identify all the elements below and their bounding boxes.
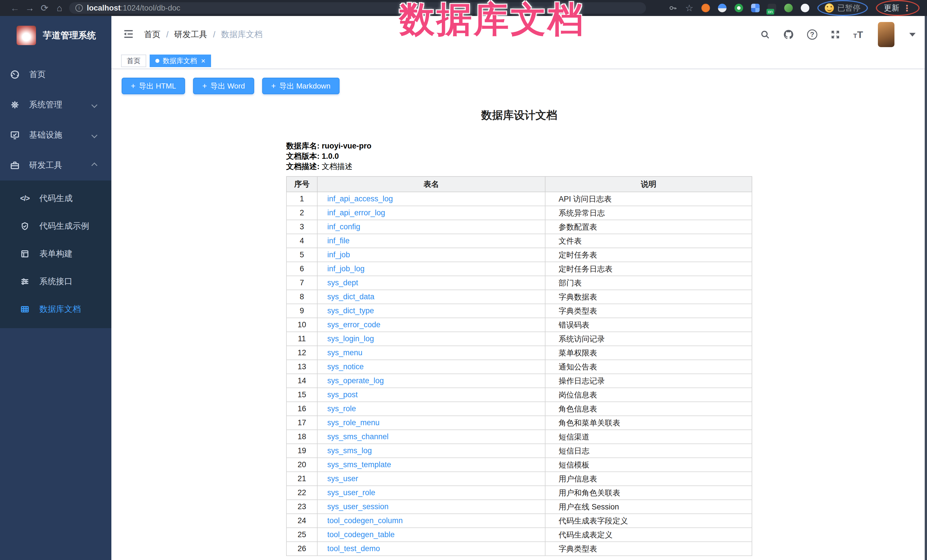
button-label: 导出 Word — [210, 81, 245, 91]
table-name-link[interactable]: sys_post — [327, 390, 358, 399]
table-name-link[interactable]: inf_api_error_log — [327, 208, 385, 217]
table-name-link[interactable]: inf_job_log — [327, 264, 365, 273]
row-number: 16 — [286, 402, 317, 416]
table-name-link[interactable]: tool_test_demo — [327, 544, 380, 553]
extension-icon[interactable] — [701, 4, 710, 12]
browser-reload-icon[interactable]: ⟳ — [37, 3, 52, 14]
url-host: localhost — [87, 4, 121, 12]
browser-update-button[interactable]: 更新 — [884, 3, 899, 13]
table-name-link[interactable]: sys_notice — [327, 363, 364, 371]
sidebar-item-home[interactable]: 首页 — [0, 59, 111, 90]
button-label: 导出 HTML — [139, 81, 176, 91]
sidebar-item-codegen-demo[interactable]: 代码生成示例 — [0, 212, 111, 240]
table-name-link[interactable]: sys_user_session — [327, 502, 389, 511]
table-name-link[interactable]: tool_codegen_table — [327, 530, 395, 539]
key-icon[interactable] — [669, 4, 677, 12]
doc-meta: 数据库名: ruoyi-vue-pro 文档版本: 1.0.0 文档描述: 文档… — [286, 141, 752, 171]
table-name-link[interactable]: inf_job — [327, 250, 350, 259]
table-desc: 菜单权限表 — [545, 346, 752, 360]
chevron-down-icon[interactable] — [909, 33, 916, 36]
db-doc: 数据库设计文档 数据库名: ruoyi-vue-pro 文档版本: 1.0.0 … — [286, 108, 752, 556]
row-number: 17 — [286, 416, 317, 430]
table-name-link[interactable]: sys_sms_log — [327, 446, 372, 455]
sidebar-item-infra[interactable]: 基础设施 — [0, 120, 111, 150]
meta-label: 文档描述: — [286, 162, 319, 171]
bookmark-star-icon[interactable]: ☆ — [685, 3, 693, 14]
search-icon[interactable] — [760, 30, 770, 39]
breadcrumb-devtools[interactable]: 研发工具 — [174, 29, 207, 40]
tab-db-doc[interactable]: 数据库文档 × — [150, 55, 211, 67]
row-number: 22 — [286, 486, 317, 500]
table-name-link[interactable]: sys_error_code — [327, 320, 380, 329]
table-header-row: 序号 表名 说明 — [286, 176, 752, 192]
sidebar-item-devtools[interactable]: 研发工具 — [0, 150, 111, 181]
table-row: 18 sys_sms_channel 短信渠道 — [286, 430, 752, 444]
table-desc: 定时任务表 — [545, 248, 752, 262]
table-name-link[interactable]: sys_user — [327, 474, 358, 483]
extension-icon[interactable] — [801, 4, 809, 12]
table-name-link[interactable]: sys_sms_channel — [327, 433, 389, 441]
extension-icon[interactable] — [784, 4, 793, 12]
sidebar-item-db-doc[interactable]: 数据库文档 — [0, 295, 111, 323]
sidebar-collapse-icon[interactable] — [123, 29, 134, 40]
table-name-link[interactable]: sys_dict_type — [327, 307, 374, 315]
table-name-link[interactable]: sys_role — [327, 404, 356, 413]
close-icon[interactable]: × — [201, 57, 205, 65]
sidebar-item-codegen[interactable]: </> 代码生成 — [0, 185, 111, 212]
table-name-link[interactable]: sys_dept — [327, 278, 358, 287]
browser-forward-icon[interactable]: → — [22, 3, 37, 14]
export-html-button[interactable]: + 导出 HTML — [122, 78, 185, 94]
active-dot — [155, 59, 160, 63]
page-content: + 导出 HTML + 导出 Word + 导出 Markdown 数据库设计文… — [111, 69, 927, 559]
tab-home[interactable]: 首页 — [121, 55, 146, 67]
sidebar-item-api[interactable]: 系统接口 — [0, 267, 111, 295]
row-number: 1 — [286, 192, 317, 206]
table-desc: 短信日志 — [545, 444, 752, 458]
table-desc: 短信模板 — [545, 458, 752, 472]
table-desc: 短信渠道 — [545, 430, 752, 444]
table-name-link[interactable]: sys_login_log — [327, 334, 374, 343]
table-name-link[interactable]: tool_codegen_column — [327, 516, 403, 525]
profile-chip[interactable]: 已暂停 — [825, 3, 860, 13]
plus-icon: + — [271, 81, 276, 91]
gear-icon — [10, 100, 20, 110]
sidebar-item-system[interactable]: 系统管理 — [0, 90, 111, 120]
browser-home-icon[interactable]: ⌂ — [52, 3, 67, 14]
site-info-icon[interactable]: i — [75, 4, 83, 12]
table-name-link[interactable]: sys_operate_log — [327, 376, 384, 385]
browser-menu-icon[interactable]: ⋮ — [903, 3, 912, 13]
table-name-link[interactable]: sys_sms_template — [327, 460, 391, 469]
table-desc: 字典类型表 — [545, 304, 752, 318]
table-name-link[interactable]: sys_menu — [327, 348, 362, 357]
table-name-link[interactable]: inf_api_access_log — [327, 194, 393, 203]
table-row: 26 tool_test_demo 字典类型表 — [286, 542, 752, 556]
export-word-button[interactable]: + 导出 Word — [193, 78, 254, 94]
scrollbar[interactable] — [925, 16, 927, 560]
extension-icon[interactable] — [751, 4, 760, 12]
fullscreen-icon[interactable] — [830, 30, 840, 39]
avatar[interactable] — [878, 22, 894, 47]
table-name-link[interactable]: sys_user_role — [327, 488, 375, 497]
sidebar-item-form-builder[interactable]: 表单构建 — [0, 240, 111, 267]
text-size-icon[interactable]: TT — [853, 29, 863, 40]
help-icon[interactable]: ? — [807, 29, 818, 40]
sliders-icon — [20, 277, 30, 287]
breadcrumb: 首页 / 研发工具 / 数据库文档 — [144, 29, 263, 40]
extension-icon[interactable] — [718, 4, 726, 12]
github-icon[interactable] — [783, 29, 794, 40]
app-logo-row[interactable]: 芋道管理系统 — [0, 16, 111, 49]
table-name-link[interactable]: sys_role_menu — [327, 418, 380, 427]
export-markdown-button[interactable]: + 导出 Markdown — [262, 78, 340, 94]
table-desc: 用户信息表 — [545, 472, 752, 486]
profile-emoji-icon — [825, 3, 834, 12]
extension-icon[interactable]: on — [767, 4, 776, 12]
toolbox-icon — [10, 160, 20, 170]
table-name-link[interactable]: inf_file — [327, 237, 350, 245]
breadcrumb-home[interactable]: 首页 — [144, 29, 161, 40]
extension-icon[interactable] — [734, 4, 743, 12]
browser-back-icon[interactable]: ← — [8, 3, 22, 14]
table-name-link[interactable]: inf_config — [327, 222, 360, 231]
table-row: 20 sys_sms_template 短信模板 — [286, 458, 752, 472]
table-name-link[interactable]: sys_dict_data — [327, 293, 374, 301]
table-desc: 代码生成表定义 — [545, 528, 752, 542]
